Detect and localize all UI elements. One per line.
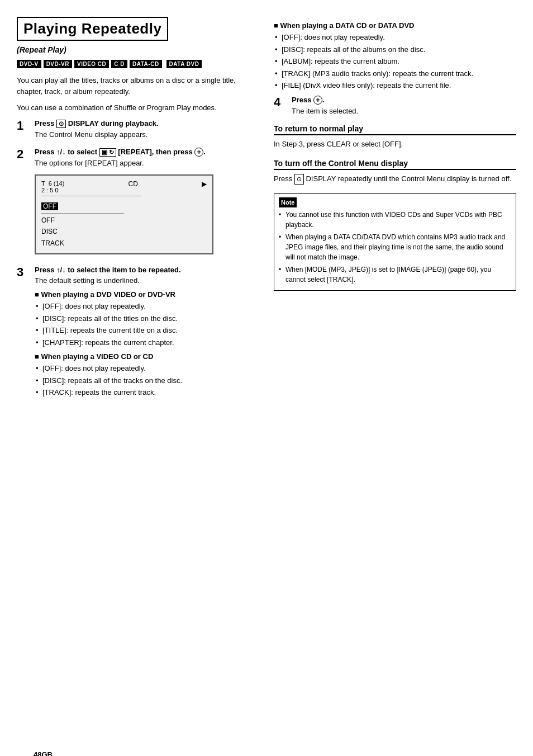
to-turn-off-heading: To turn off the Control Menu display (274, 159, 516, 170)
dvd-bullet-3: [CHAPTER]: repeats the current chapter. (35, 337, 257, 348)
note-label: Note (279, 197, 297, 208)
dvd-bullet-list: [OFF]: does not play repeatedly. [DISC]:… (35, 301, 257, 348)
step-1-content: Press ⊙ DISPLAY during playback. The Con… (35, 119, 257, 142)
step-2-title: Press ↑/↓ to select ▣ ↻ [REPEAT], then p… (35, 148, 257, 157)
subtitle: (Repeat Play) (17, 45, 257, 54)
enter-btn-2: + (194, 148, 203, 157)
step-2: 2 Press ↑/↓ to select ▣ ↻ [REPEAT], then… (17, 148, 257, 260)
to-turn-off-section: To turn off the Control Menu display Pre… (274, 159, 516, 185)
screen-divider-mid (41, 213, 124, 214)
badge-dvd-v: DVD-V (17, 60, 41, 68)
step-3-content: Press ↑/↓ to select the item to be repea… (35, 266, 257, 403)
screen-option-off2: OFF (41, 215, 207, 226)
intro-text-1: You can play all the titles, tracks or a… (17, 75, 257, 97)
step-3-desc: The default setting is underlined. (35, 276, 257, 286)
step-2-content: Press ↑/↓ to select ▣ ↻ [REPEAT], then p… (35, 148, 257, 260)
badge-video-cd: VIDEO CD (74, 60, 109, 68)
step-1-title: Press ⊙ DISPLAY during playback. (35, 119, 257, 128)
step-4-number: 4 (274, 96, 287, 109)
to-return-heading: To return to normal play (274, 124, 516, 135)
note-item-1: When playing a DATA CD/DATA DVD which co… (279, 232, 511, 262)
step-4-desc: The item is selected. (292, 106, 516, 116)
to-turn-off-text: Press ⊙ DISPLAY repeatedly until the Con… (274, 173, 516, 185)
badge-cd: C D (111, 60, 127, 68)
note-item-2: When [MODE (MP3, JPEG)] is set to [IMAGE… (279, 264, 511, 285)
left-column: Playing Repeatedly (Repeat Play) DVD-V D… (17, 17, 257, 408)
subsection-data-cd: When playing a DATA CD or DATA DVD (274, 21, 516, 30)
badge-data-dvd: DATA DVD (166, 60, 202, 68)
display-icon-1: ⊙ (56, 120, 66, 128)
dvd-bullet-0: [OFF]: does not play repeatedly. (35, 301, 257, 312)
to-return-text: In Step 3, press CLEAR or select [OFF]. (274, 139, 516, 150)
screen-divider-top (41, 196, 141, 196)
subsection-dvd: When playing a DVD VIDEO or DVD-VR (35, 290, 257, 299)
dvd-bullet-1: [DISC]: repeats all of the titles on the… (35, 313, 257, 324)
page-title: Playing Repeatedly (17, 17, 168, 41)
step-4-title: Press +. (292, 96, 516, 105)
step-4-content: Press +. The item is selected. (292, 96, 516, 119)
vcd-bullet-list: [OFF]: does not play repeatedly. [DISC]:… (35, 363, 257, 398)
enter-btn-4: + (313, 96, 322, 105)
step-3-title: Press ↑/↓ to select the item to be repea… (35, 266, 257, 274)
vcd-bullet-2: [TRACK]: repeats the current track. (35, 387, 257, 398)
step-2-number: 2 (17, 148, 30, 161)
step-1: 1 Press ⊙ DISPLAY during playback. The C… (17, 119, 257, 142)
data-cd-bullet-0: [OFF]: does not play repeatedly. (274, 32, 516, 43)
subsection-vcd: When playing a VIDEO CD or CD (35, 352, 257, 361)
data-cd-bullet-4: [FILE] (DivX video files only): repeats … (274, 80, 516, 91)
screen-track-info: T 6 (14) 2 : 5 0 (41, 180, 64, 193)
vcd-bullet-0: [OFF]: does not play repeatedly. (35, 363, 257, 374)
screen-option-track: TRACK (41, 238, 207, 249)
note-box: Note You cannot use this function with V… (274, 193, 516, 291)
step-4: 4 Press +. The item is selected. (274, 96, 516, 119)
data-cd-bullet-list: [OFF]: does not play repeatedly. [DISC]:… (274, 32, 516, 91)
screen-arrow: ▶ (202, 180, 207, 193)
screen-top-row: T 6 (14) 2 : 5 0 CD ▶ (41, 180, 207, 193)
screen-track-number: T 6 (14) (41, 180, 64, 187)
data-cd-bullet-1: [DISC]: repeats all of the albums on the… (274, 44, 516, 55)
step-3: 3 Press ↑/↓ to select the item to be rep… (17, 266, 257, 403)
step-1-desc: The Control Menu display appears. (35, 130, 257, 140)
screen-option-disc: DISC (41, 226, 207, 237)
screen-time: 2 : 5 0 (41, 187, 64, 193)
note-item-0: You cannot use this function with VIDEO … (279, 210, 511, 230)
screen-option-off1: OFF (41, 201, 207, 212)
format-badges: DVD-V DVD-VR VIDEO CD C D DATA-CD DATA D… (17, 60, 257, 68)
step-3-number: 3 (17, 266, 30, 279)
data-cd-bullet-2: [ALBUM]: repeats the current album. (274, 56, 516, 67)
badge-dvd-vr: DVD-VR (44, 60, 72, 68)
badge-data-cd: DATA-CD (130, 60, 162, 68)
repeat-icon: ▣ ↻ (99, 148, 116, 157)
vcd-bullet-1: [DISC]: repeats all of the tracks on the… (35, 375, 257, 386)
dvd-bullet-2: [TITLE]: repeats the current title on a … (35, 325, 257, 336)
display-icon-2: ⊙ (294, 174, 304, 185)
data-cd-bullet-3: [TRACK] (MP3 audio tracks only): repeats… (274, 68, 516, 79)
right-column: When playing a DATA CD or DATA DVD [OFF]… (274, 17, 516, 408)
step-1-number: 1 (17, 119, 30, 133)
page-footer: 48GB (34, 750, 53, 756)
data-cd-heading: When playing a DATA CD or DATA DVD (280, 21, 414, 30)
to-return-section: To return to normal play In Step 3, pres… (274, 124, 516, 150)
note-list: You cannot use this function with VIDEO … (279, 210, 511, 285)
screen-options: OFF OFF DISC TRACK (41, 201, 207, 249)
intro-text-2: You can use a combination of Shuffle or … (17, 102, 257, 114)
screen-cd-label: CD (129, 180, 138, 193)
screen-display: T 6 (14) 2 : 5 0 CD ▶ OFF (35, 174, 213, 255)
step-2-desc: The options for [REPEAT] appear. (35, 158, 257, 168)
